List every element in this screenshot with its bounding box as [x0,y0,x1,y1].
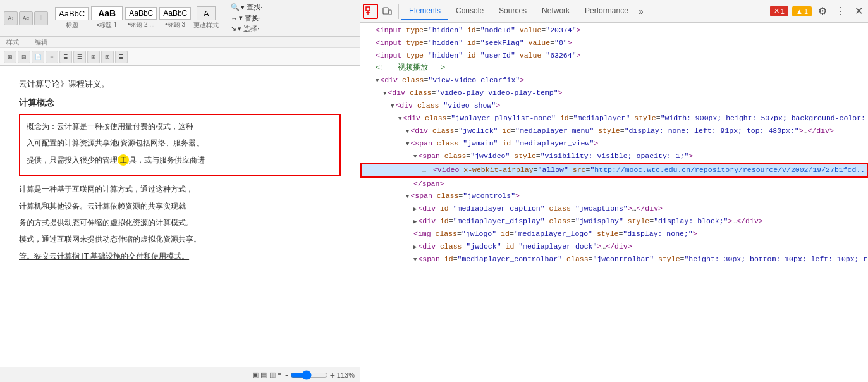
style-normal[interactable]: AaBbC 标题 [55,7,89,30]
html-line-input-seekflag[interactable]: <input type="hidden" id="seekFlag" value… [360,37,868,49]
tab-network[interactable]: Network [534,3,577,20]
ribbon-icon-2[interactable]: Aα [19,11,33,25]
expand-triangle[interactable]: ▼ [406,141,409,147]
doc-para-5: 管。狭义云计算指 IT 基础设施的交付和使用模式。 [19,250,341,262]
expand-triangle[interactable]: ▶ [413,244,417,250]
expand-triangle[interactable]: ▼ [383,90,386,97]
tb2-icon-1[interactable]: ⊞ [4,51,16,63]
view-icon-4[interactable]: ≡ [278,371,281,378]
tab-sources[interactable]: Sources [491,3,534,20]
attr-type-val: "hidden" [428,26,463,34]
red-box-line2: 提供，只需投入很少的管理工具，或与服务供应商进 [27,154,333,166]
html-line-img-logo[interactable]: <img class="jwlogo" id="mediaplayer_logo… [360,228,868,240]
view-icon-2[interactable]: ▤ [260,371,267,378]
tab-performance[interactable]: Performance [577,3,636,20]
style-h2-box[interactable]: AaBbC [125,7,157,20]
style-more[interactable]: A 更改样式 [193,6,219,30]
close-devtools-icon[interactable]: ✕ [852,4,865,18]
style-h2[interactable]: AaBbC •标题 2 ... [125,7,157,29]
tb2-icon-4[interactable]: ≡ [46,51,58,63]
html-line-span-jwcontrols[interactable]: ▼<span class="jwcontrols"> [360,190,868,202]
tb2-icon-9[interactable]: ≣ [115,51,128,63]
ribbon-icon-3[interactable]: ΙΙ [34,11,48,25]
status-icons: ▣ ▤ ▥ ≡ [252,371,281,379]
html-line-span-jwmain[interactable]: ▼<span class="jwmain" id="mediaplayer_vi… [360,137,868,150]
expand-triangle[interactable]: ▼ [406,128,409,135]
html-line-comment[interactable]: <!-- 视频播放 --> [360,61,868,74]
html-line-span-controlbar[interactable]: ▼<span id="mediaplayer_controlbar" class… [360,253,868,266]
expand-triangle[interactable]: ▶ [413,219,417,225]
device-toggle-icon[interactable] [379,4,394,19]
html-line-input-userid[interactable]: <input type="hidden" id="userId" value="… [360,49,868,62]
expand-triangle[interactable]: ▼ [391,103,394,109]
html-line-div-video-play[interactable]: ▼<div class="video-play video-play-temp"… [360,87,868,99]
style-h3-box[interactable]: AaBbC [159,7,191,20]
warning-badge[interactable]: ▲ 1 [792,6,812,16]
tb2-icon-8[interactable]: ⊠ [101,51,114,63]
expand-triangle[interactable]: ▼ [413,257,417,263]
red-box-line1: 入可配置的计算资源共享池(资源包括网络、服务器、 [27,137,333,149]
expand-triangle[interactable]: ▼ [406,194,409,200]
more-tabs-button[interactable]: » [636,4,646,19]
expand-triangle[interactable]: ▶ [413,206,417,213]
find-button[interactable]: 🔍 ▾ 查找· [231,3,262,12]
replace-button[interactable]: ↔ ▾ 替换· [231,13,262,23]
html-line-div-caption[interactable]: ▶<div id="mediaplayer_caption" class="jw… [360,202,868,215]
ribbon-toolbar: A↕ Aα ΙΙ AaBbC 标题 AaB •标题 1 AaBbC •标题 2 … [0,0,360,37]
html-line-div-view-video[interactable]: ▼<div class="view-video clearfix"> [360,74,868,87]
tb2-icon-3[interactable]: 📄 [32,51,44,63]
html-line-span-jwvideo[interactable]: ▼<span class="jwvideo" style="visibility… [360,150,868,163]
doc-subtitle: 云计算导论》课程讲义。 [19,78,341,90]
zoom-slider[interactable] [290,370,328,380]
html-line-div-dock[interactable]: ▶<div class="jwdock" id="mediaplayer_doc… [360,240,868,253]
style-more-label[interactable]: 更改样式 [193,21,219,30]
style-h3[interactable]: AaBbC •标题 3 [159,7,191,29]
tb2-icon-6[interactable]: ☰ [73,51,86,63]
style-h1[interactable]: AaB •标题 1 [91,6,123,30]
doc-para-4: 模式，通过互联网来提供动态伸缩的虚拟化资源共享。 [19,233,341,245]
tb2-icon-2[interactable]: ⊟ [18,51,30,63]
select-button[interactable]: ↘ ▾ 选择· [231,24,262,34]
svg-rect-3 [383,8,388,14]
html-line-input-nodeid[interactable]: <input type="hidden" id="nodeId" value="… [360,24,868,37]
attr-type: type [406,26,424,34]
expand-triangle[interactable]: ▼ [398,116,401,122]
video-attr-src: src [573,166,586,174]
tab-elements[interactable]: Elements [401,3,448,20]
zoom-plus-button[interactable]: + [330,370,335,380]
tab-console[interactable]: Console [448,3,491,20]
style-normal-box[interactable]: AaBbC [55,7,89,20]
html-line-div-display[interactable]: ▶<div id="mediaplayer_display" class="jw… [360,215,868,228]
error-count: 1 [781,8,785,15]
ribbon-icon-1[interactable]: A↕ [4,11,18,25]
ribbon-icons-group: A↕ Aα ΙΙ [4,11,48,25]
tb2-icon-7[interactable]: ⊞ [87,51,100,63]
error-badge[interactable]: ✕ 1 [770,6,788,16]
document-content: 云计算导论》课程讲义。 计算概念 概念为：云计算是一种按使用量付费的模式，这种 … [0,66,360,367]
more-options-icon[interactable]: ⋮ [833,4,848,18]
html-line-div-jwclick[interactable]: ▼<div class="jwclick" id="mediaplayer_me… [360,125,868,137]
html-line-div-video-show[interactable]: ▼<div class="video-show"> [360,99,868,112]
zoom-minus-button[interactable]: - [285,370,288,380]
expand-triangle[interactable]: ▼ [413,154,417,160]
section-labels: 样式 编辑 [0,37,360,48]
html-line-span-close[interactable]: </span> [360,178,868,190]
devtools-badges: ✕ 1 ▲ 1 ⚙ ⋮ ✕ [770,4,865,18]
html-line-video-element[interactable]: … <video x-webkit-airplay="allow" src="h… [360,163,868,178]
video-tag-open: <video [433,166,459,174]
element-picker-icon[interactable] [363,4,378,19]
devtools-panel: Elements Console Sources Network Perform… [360,0,868,382]
view-icon-3[interactable]: ▥ [269,371,276,378]
video-attr-src-val: "http://mooc.wtc.edu.cn/repository/resou… [590,166,868,174]
style-h1-box[interactable]: AaB [91,6,123,20]
zoom-level: 113% [337,371,355,379]
video-attr-webkit: x-webkit-airplay [463,166,533,174]
expand-triangle[interactable]: ▼ [376,78,379,84]
view-icon-1[interactable]: ▣ [252,371,259,378]
settings-icon[interactable]: ⚙ [816,4,829,18]
status-bar: ▣ ▤ ▥ ≡ - + 113% [0,367,360,382]
html-line-div-jwplayer[interactable]: ▼<div class="jwplayer playlist-none" id=… [360,112,868,125]
doc-para-3: 务的方式提供动态可伸缩的虚拟化资源的计算模式。 [19,216,341,229]
tb2-icon-5[interactable]: ≣ [59,51,72,63]
doc-para-1: 计算是一种基于互联网的计算方式，通过这种方式， [19,183,341,195]
